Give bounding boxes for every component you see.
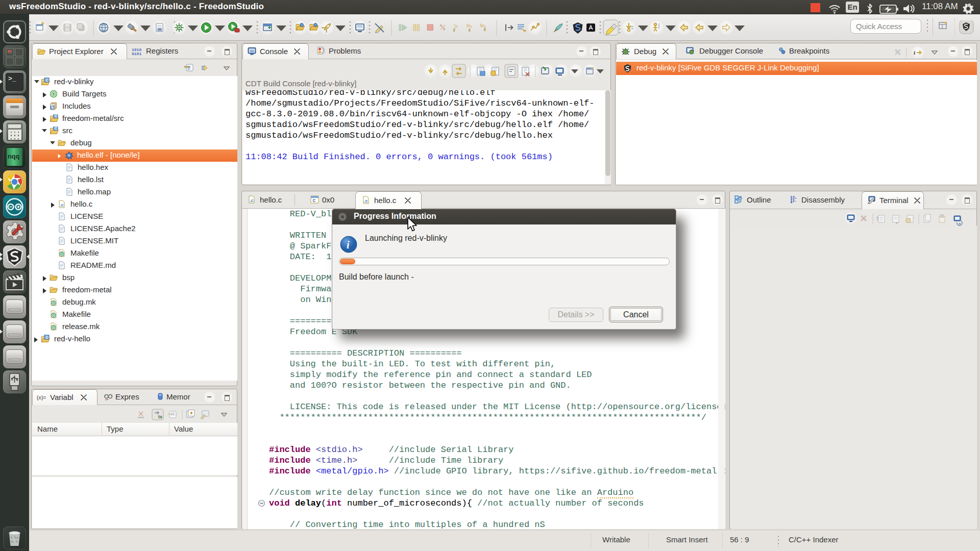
- svg-text:c: c: [313, 197, 316, 203]
- svg-text:ts: ts: [158, 414, 162, 419]
- svg-text:010: 010: [158, 29, 162, 31]
- svg-text:i: i: [347, 239, 350, 251]
- svg-text:x: x: [896, 220, 898, 225]
